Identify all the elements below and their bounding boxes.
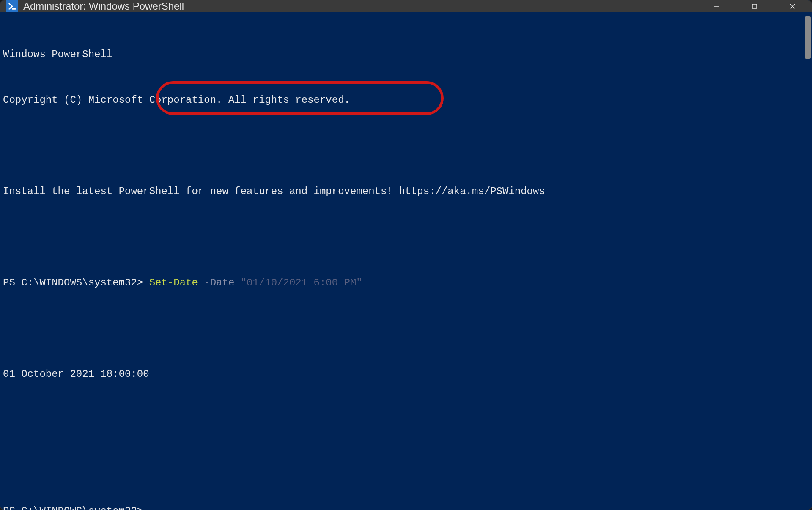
output-line: 01 October 2021 18:00:00 [3, 367, 809, 382]
prompt-2: PS C:\WINDOWS\system32> [3, 505, 143, 510]
maximize-button[interactable] [735, 0, 774, 12]
titlebar-left: Administrator: Windows PowerShell [6, 0, 184, 12]
prompt-1: PS C:\WINDOWS\system32> [3, 277, 143, 288]
blank-line [3, 321, 809, 336]
titlebar[interactable]: Administrator: Windows PowerShell [0, 0, 812, 12]
close-button[interactable] [774, 0, 812, 12]
blank-line [3, 230, 809, 245]
window-controls [697, 0, 812, 12]
prompt-line-2: PS C:\WINDOWS\system32> [3, 504, 809, 510]
cmdlet-name: Set-Date [149, 277, 198, 288]
blank-line [3, 412, 809, 428]
header-line-2: Copyright (C) Microsoft Corporation. All… [3, 93, 809, 108]
string-arg: "01/10/2021 6:00 PM" [241, 277, 362, 288]
blank-line [3, 458, 809, 473]
svg-rect-2 [752, 4, 757, 8]
powershell-icon [6, 0, 18, 12]
window-title: Administrator: Windows PowerShell [23, 0, 184, 12]
install-message: Install the latest PowerShell for new fe… [3, 184, 809, 199]
blank-line [3, 138, 809, 154]
minimize-button[interactable] [697, 0, 735, 12]
command-line: PS C:\WINDOWS\system32> Set-Date -Date "… [3, 275, 809, 291]
header-line-1: Windows PowerShell [3, 47, 809, 62]
terminal-content: Windows PowerShell Copyright (C) Microso… [3, 16, 809, 510]
scrollbar-thumb[interactable] [805, 16, 811, 59]
terminal-area[interactable]: Windows PowerShell Copyright (C) Microso… [0, 12, 812, 510]
powershell-window: Administrator: Windows PowerShell Window… [0, 0, 812, 510]
param-name: -Date [204, 277, 234, 288]
